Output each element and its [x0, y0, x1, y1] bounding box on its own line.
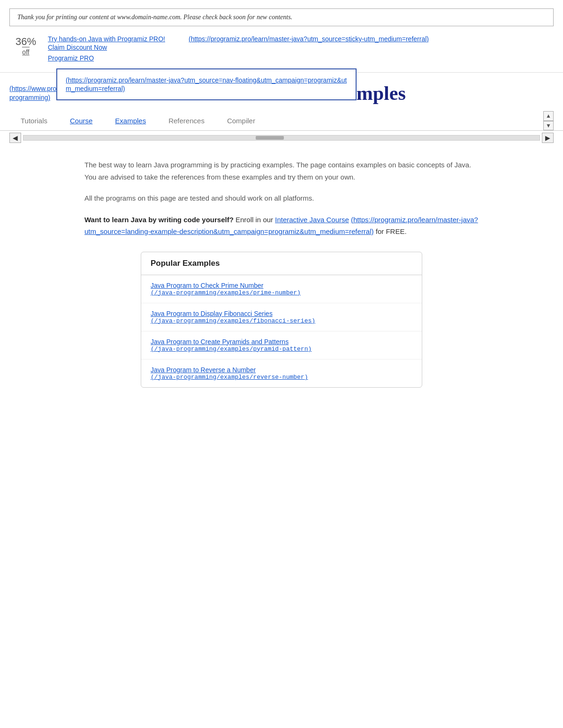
cta-suffix: for FREE. [376, 227, 407, 235]
discount-off-label: off [22, 47, 29, 56]
discount-badge: 36% off [9, 37, 42, 56]
dropdown-trigger[interactable]: Programiz PRO [48, 54, 170, 62]
discount-number: 36% [15, 37, 36, 47]
intro-paragraph-1: The best way to learn Java programming i… [84, 159, 479, 183]
print-notice-text: Thank you for printing our content at ww… [17, 14, 292, 21]
hscroll-left-button[interactable]: ◀ [9, 133, 21, 143]
list-item: Java Program to Check Prime Number (/jav… [141, 275, 422, 303]
print-notice: Thank you for printing our content at ww… [9, 8, 554, 26]
hscroll-right-button[interactable]: ▶ [542, 133, 554, 143]
hscroll-thumb [256, 136, 284, 140]
top-banner: 36% off Try hands-on Java with Programiz… [0, 31, 563, 68]
list-item: Java Program to Reverse a Number (/java-… [141, 360, 422, 387]
example-link-prime[interactable]: Java Program to Check Prime Number [151, 282, 412, 289]
tab-examples[interactable]: Examples [104, 113, 157, 128]
popular-examples-box: Popular Examples Java Program to Check P… [141, 252, 422, 388]
intro-paragraph-2: All the programs on this page are tested… [84, 192, 479, 204]
tab-course[interactable]: Course [59, 113, 104, 128]
example-url-pyramid: (/java-programming/examples/pyramid-patt… [151, 345, 412, 353]
nav-tabs-row: Tutorials Course Examples References Com… [0, 108, 563, 131]
promo-left: Try hands-on Java with Programiz PRO! Cl… [48, 35, 170, 62]
example-url-fibonacci: (/java-programming/examples/fibonacci-se… [151, 317, 412, 324]
nav-scroll-buttons: ▲ ▼ [543, 111, 554, 130]
tab-compiler[interactable]: Compiler [216, 113, 266, 128]
scroll-down-button[interactable]: ▼ [543, 121, 554, 130]
example-url-prime: (/java-programming/examples/prime-number… [151, 289, 412, 296]
hscroll-row: ◀ ▶ [0, 131, 563, 145]
popular-examples-header: Popular Examples [141, 252, 422, 275]
main-content: The best way to learn Java programming i… [23, 145, 540, 402]
tab-references[interactable]: References [157, 113, 216, 128]
example-link-pyramid[interactable]: Java Program to Create Pyramids and Patt… [151, 338, 412, 345]
scroll-up-button[interactable]: ▲ [543, 111, 554, 120]
example-link-fibonacci[interactable]: Java Program to Display Fibonacci Series [151, 310, 412, 317]
list-item: Java Program to Display Fibonacci Series… [141, 303, 422, 331]
hscroll-track[interactable] [23, 135, 540, 141]
cta-enroll-text: Enroll in our [236, 216, 275, 224]
tab-tutorials[interactable]: Tutorials [9, 113, 59, 128]
example-link-reverse[interactable]: Java Program to Reverse a Number [151, 366, 412, 374]
cta-block: Want to learn Java by writing code yours… [84, 214, 479, 238]
promo-url-right[interactable]: (https://programiz.pro/learn/master-java… [189, 35, 429, 43]
dropdown-url-link[interactable]: (https://programiz.pro/learn/master-java… [66, 76, 347, 92]
list-item: Java Program to Create Pyramids and Patt… [141, 331, 422, 360]
example-url-reverse: (/java-programming/examples/reverse-numb… [151, 374, 412, 381]
promo-link[interactable]: Try hands-on Java with Programiz PRO! Cl… [48, 35, 165, 51]
cta-bold-text: Want to learn Java by writing code yours… [84, 216, 234, 224]
dropdown-popup: (https://programiz.pro/learn/master-java… [56, 68, 357, 100]
nav-tabs: Tutorials Course Examples References Com… [9, 113, 540, 128]
cta-course-link[interactable]: Interactive Java Course [275, 216, 349, 224]
promo-right: (https://programiz.pro/learn/master-java… [170, 35, 554, 43]
